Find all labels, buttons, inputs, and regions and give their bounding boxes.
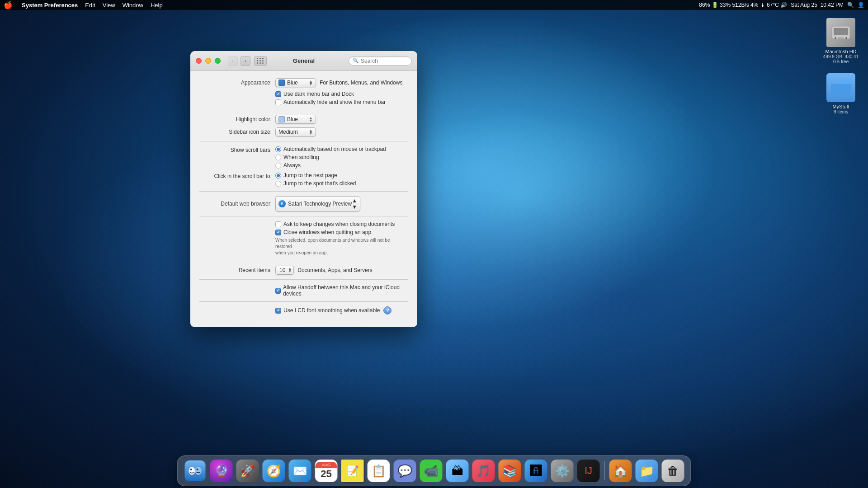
menubar-status: 86% 🔋 33% 512B/s 4% 🌡 67°C 🔊 bbox=[699, 2, 787, 8]
click-spot-option[interactable]: Jump to the spot that's clicked bbox=[275, 180, 356, 187]
menubar-user-icon[interactable]: 👤 bbox=[858, 2, 864, 8]
scroll-when-radio bbox=[275, 155, 281, 160]
default-browser-row: Default web browser: S Safari Technology… bbox=[199, 196, 408, 211]
desktop-icons-container: Macintosh HD 499.9 GB, 430.41 GB free My… bbox=[823, 18, 859, 114]
appearance-swatch bbox=[278, 80, 285, 86]
click-scroll-radio-group: Jump to the next page Jump to the spot t… bbox=[275, 172, 356, 187]
scroll-auto-option[interactable]: Automatically based on mouse or trackpad bbox=[275, 146, 386, 152]
default-browser-label: Default web browser: bbox=[199, 201, 272, 207]
dock-item-reminders[interactable]: 📋 bbox=[367, 459, 391, 483]
discord-dock-icon: 💬 bbox=[394, 460, 416, 482]
scroll-when-scrolling-option[interactable]: When scrolling bbox=[275, 154, 386, 160]
default-browser-select[interactable]: S Safari Technology Preview ▲▼ bbox=[275, 196, 360, 211]
lcd-font-row: Use LCD font smoothing when available ? bbox=[199, 306, 408, 314]
window-search-bar[interactable]: 🔍 bbox=[349, 56, 412, 66]
calendar-dock-icon: AUG 25 bbox=[315, 460, 338, 482]
click-next-page-label: Jump to the next page bbox=[283, 172, 337, 178]
desktop-icon-macintosh-hd[interactable]: Macintosh HD 499.9 GB, 430.41 GB free bbox=[823, 18, 859, 64]
dock-item-siri[interactable]: 🔮 bbox=[209, 459, 234, 483]
lcd-font-row-inner: Use LCD font smoothing when available ? bbox=[275, 306, 392, 314]
scroll-always-label: Always bbox=[283, 162, 301, 169]
sidebar-icon-size-row: Sidebar icon size: Medium ▲▼ bbox=[199, 127, 408, 136]
apple-menu[interactable]: 🍎 bbox=[4, 1, 13, 9]
preview-dock-icon: 🏔 bbox=[446, 460, 469, 482]
hd-sublabel: 499.9 GB, 430.41 GB free bbox=[823, 54, 859, 64]
close-windows-note: When selected, open documents and window… bbox=[275, 237, 406, 256]
allow-handoff-checkbox[interactable]: Allow Handoff between this Mac and your … bbox=[275, 284, 408, 297]
appearance-select[interactable]: Blue ▲▼ bbox=[275, 78, 316, 87]
nav-back-button[interactable]: ‹ bbox=[228, 56, 238, 66]
auto-hide-menu-bar-checkbox[interactable]: Automatically hide and show the menu bar bbox=[275, 99, 386, 105]
menubar-window[interactable]: Window bbox=[123, 2, 143, 9]
highlight-color-label: Highlight color: bbox=[199, 116, 272, 122]
svg-point-7 bbox=[195, 467, 202, 475]
dock-item-facetime[interactable]: 📹 bbox=[419, 459, 443, 483]
scroll-auto-radio bbox=[275, 146, 281, 152]
grid-view-button[interactable] bbox=[254, 56, 267, 66]
ask-keep-changes-checkbox[interactable]: Ask to keep changes when closing documen… bbox=[275, 221, 395, 227]
hd-label: Macintosh HD bbox=[825, 49, 856, 54]
grid-icon bbox=[257, 58, 264, 64]
lcd-font-help-button[interactable]: ? bbox=[383, 306, 392, 314]
menubar-app-name[interactable]: System Preferences bbox=[22, 2, 78, 9]
browser-arrows: ▲▼ bbox=[352, 197, 357, 210]
dock-item-stickies[interactable]: 📝 bbox=[340, 459, 365, 483]
separator-2 bbox=[199, 141, 408, 141]
nav-forward-button[interactable]: › bbox=[241, 56, 250, 66]
folder-icon bbox=[826, 73, 855, 102]
appearance-description: For Buttons, Menus, and Windows bbox=[320, 80, 402, 86]
menubar-edit[interactable]: Edit bbox=[85, 2, 95, 9]
close-windows-checkbox[interactable]: Close windows when quitting an app bbox=[275, 229, 371, 235]
close-windows-check-box bbox=[275, 230, 281, 235]
dock-item-discord[interactable]: 💬 bbox=[393, 459, 417, 483]
dock-item-trash[interactable]: 🗑 bbox=[661, 459, 685, 483]
safari-icon: S bbox=[278, 200, 286, 207]
menubar-view[interactable]: View bbox=[103, 2, 115, 9]
dock-item-home[interactable]: 🏠 bbox=[609, 459, 633, 483]
lcd-font-label: Use LCD font smoothing when available bbox=[283, 307, 380, 314]
dock-item-sysprefs[interactable]: ⚙️ bbox=[550, 459, 575, 483]
appearance-row: Appearance: Blue ▲▼ For Buttons, Menus, … bbox=[199, 78, 408, 87]
desktop-icon-mystuff[interactable]: MyStuff 9 items bbox=[823, 73, 859, 114]
lcd-font-checkbox[interactable]: Use LCD font smoothing when available bbox=[275, 307, 380, 314]
ask-keep-label: Ask to keep changes when closing documen… bbox=[283, 221, 395, 227]
search-input[interactable] bbox=[361, 58, 408, 64]
appearance-value: Blue bbox=[287, 80, 298, 86]
window-maximize-button[interactable] bbox=[215, 58, 221, 64]
menubar-search-icon[interactable]: 🔍 bbox=[847, 2, 854, 8]
dock-item-preview[interactable]: 🏔 bbox=[445, 459, 470, 483]
click-spot-label: Jump to the spot that's clicked bbox=[283, 180, 356, 187]
dock-item-mail[interactable]: ✉️ bbox=[288, 459, 312, 483]
dock-item-intellij[interactable]: IJ bbox=[576, 459, 601, 483]
dock-item-books[interactable]: 📚 bbox=[498, 459, 522, 483]
svg-point-6 bbox=[189, 467, 195, 475]
dock-item-music[interactable]: 🎵 bbox=[472, 459, 496, 483]
reminders-dock-icon: 📋 bbox=[368, 460, 390, 482]
menubar-clock: Sat Aug 25 10:42 PM bbox=[791, 2, 844, 8]
ask-keep-check-box bbox=[275, 221, 281, 227]
sidebar-icon-size-select[interactable]: Medium ▲▼ bbox=[275, 127, 316, 136]
dock-item-appstore[interactable]: 🅰 bbox=[524, 459, 548, 483]
dock-item-safari[interactable]: 🧭 bbox=[262, 459, 286, 483]
click-next-page-radio bbox=[275, 173, 281, 178]
menubar-help[interactable]: Help bbox=[151, 2, 163, 9]
show-scroll-bars-row: Show scroll bars: Automatically based on… bbox=[199, 146, 408, 169]
home-dock-icon: 🏠 bbox=[609, 460, 632, 482]
system-preferences-window: ‹ › General 🔍 Appearance: Blue ▲▼ For bbox=[190, 51, 417, 327]
dock-item-launchpad[interactable]: 🚀 bbox=[236, 459, 260, 483]
scroll-always-option[interactable]: Always bbox=[275, 162, 386, 169]
window-minimize-button[interactable] bbox=[205, 58, 211, 64]
svg-point-8 bbox=[190, 469, 192, 470]
recent-items-description: Documents, Apps, and Servers bbox=[297, 267, 372, 273]
highlight-color-select[interactable]: Blue ▲▼ bbox=[275, 115, 316, 124]
dark-menu-bar-checkbox[interactable]: Use dark menu bar and Dock bbox=[275, 91, 354, 97]
window-close-button[interactable] bbox=[196, 58, 202, 64]
launchpad-dock-icon: 🚀 bbox=[236, 460, 259, 482]
allow-handoff-row: Allow Handoff between this Mac and your … bbox=[275, 284, 408, 297]
recent-items-stepper[interactable]: 10 ▲▼ bbox=[275, 266, 294, 275]
dock-item-files[interactable]: 📁 bbox=[635, 459, 659, 483]
dock-item-calendar[interactable]: AUG 25 bbox=[314, 459, 339, 483]
dock-item-finder[interactable] bbox=[183, 459, 208, 483]
separator-7 bbox=[199, 301, 408, 302]
click-next-page-option[interactable]: Jump to the next page bbox=[275, 172, 356, 178]
